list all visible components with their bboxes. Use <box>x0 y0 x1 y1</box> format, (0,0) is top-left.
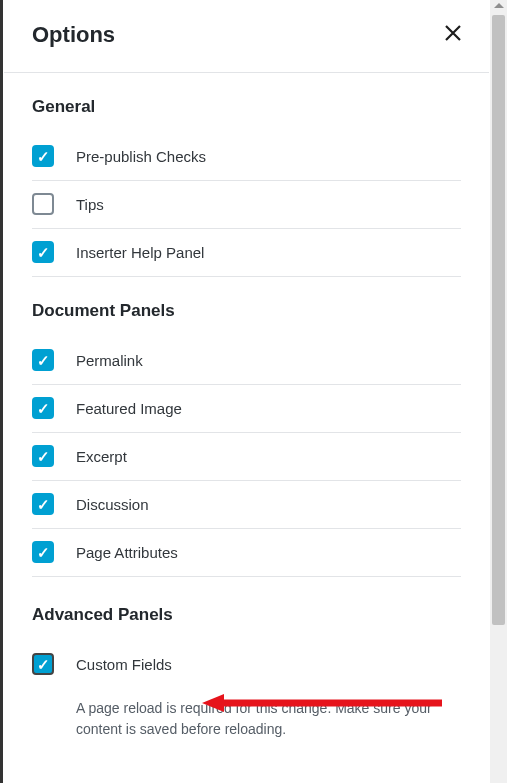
option-label: Discussion <box>76 496 149 513</box>
checkbox-custom-fields[interactable]: ✓ <box>32 653 54 675</box>
option-row-excerpt[interactable]: ✓ Excerpt <box>32 433 461 481</box>
check-icon: ✓ <box>37 401 50 416</box>
checkbox-tips[interactable] <box>32 193 54 215</box>
option-label: Permalink <box>76 352 143 369</box>
document-panels-section: Document Panels ✓ Permalink ✓ Featured I… <box>4 277 489 577</box>
scroll-up-arrow-icon[interactable] <box>494 3 504 8</box>
scrollbar-track[interactable] <box>490 0 507 783</box>
checkbox-permalink[interactable]: ✓ <box>32 349 54 371</box>
general-section: General ✓ Pre-publish Checks Tips ✓ Inse… <box>4 73 489 277</box>
check-icon: ✓ <box>37 149 50 164</box>
check-icon: ✓ <box>37 353 50 368</box>
option-label: Inserter Help Panel <box>76 244 204 261</box>
check-icon: ✓ <box>37 657 50 672</box>
check-icon: ✓ <box>37 497 50 512</box>
option-row-custom-fields[interactable]: ✓ Custom Fields <box>32 641 461 688</box>
checkbox-discussion[interactable]: ✓ <box>32 493 54 515</box>
option-label: Custom Fields <box>76 656 172 673</box>
section-heading-advanced-panels: Advanced Panels <box>32 605 461 625</box>
scrollbar-thumb[interactable] <box>492 15 505 625</box>
checkbox-page-attributes[interactable]: ✓ <box>32 541 54 563</box>
advanced-panels-section: Advanced Panels ✓ Custom Fields A page r… <box>4 577 489 740</box>
option-row-inserter-help[interactable]: ✓ Inserter Help Panel <box>32 229 461 277</box>
option-label: Pre-publish Checks <box>76 148 206 165</box>
checkbox-excerpt[interactable]: ✓ <box>32 445 54 467</box>
left-border <box>0 0 3 783</box>
option-row-featured-image[interactable]: ✓ Featured Image <box>32 385 461 433</box>
section-heading-document-panels: Document Panels <box>32 301 461 321</box>
panel-title: Options <box>32 22 115 48</box>
option-row-page-attributes[interactable]: ✓ Page Attributes <box>32 529 461 577</box>
option-row-discussion[interactable]: ✓ Discussion <box>32 481 461 529</box>
check-icon: ✓ <box>37 449 50 464</box>
option-label: Featured Image <box>76 400 182 417</box>
checkbox-featured-image[interactable]: ✓ <box>32 397 54 419</box>
check-icon: ✓ <box>37 545 50 560</box>
checkbox-inserter-help[interactable]: ✓ <box>32 241 54 263</box>
panel-header: Options <box>4 0 489 73</box>
option-row-tips[interactable]: Tips <box>32 181 461 229</box>
option-label: Tips <box>76 196 104 213</box>
option-label: Page Attributes <box>76 544 178 561</box>
custom-fields-hint: A page reload is required for this chang… <box>76 698 461 740</box>
option-label: Excerpt <box>76 448 127 465</box>
close-icon <box>444 22 462 48</box>
checkbox-pre-publish-checks[interactable]: ✓ <box>32 145 54 167</box>
check-icon: ✓ <box>37 245 50 260</box>
options-panel: Options General ✓ Pre-publish Checks Tip… <box>4 0 489 783</box>
option-row-permalink[interactable]: ✓ Permalink <box>32 337 461 385</box>
option-row-pre-publish-checks[interactable]: ✓ Pre-publish Checks <box>32 133 461 181</box>
section-heading-general: General <box>32 97 461 117</box>
close-button[interactable] <box>441 23 465 47</box>
